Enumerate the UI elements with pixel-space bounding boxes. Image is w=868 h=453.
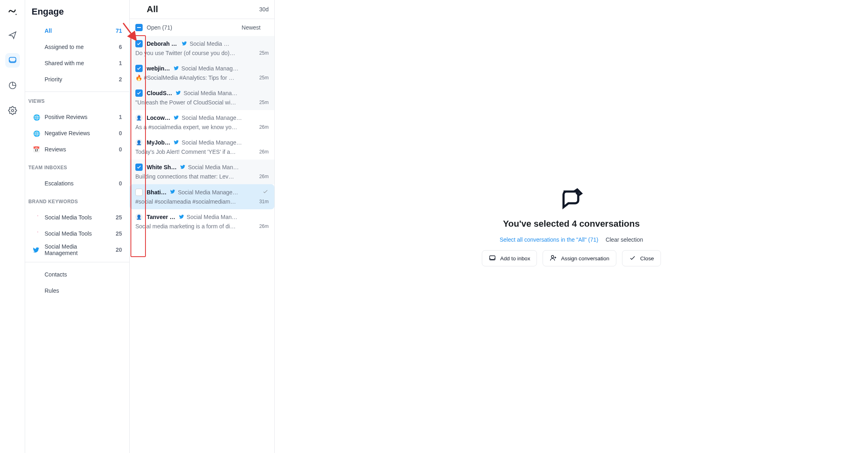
assign-conversation-button[interactable]: Assign conversation [543,250,616,266]
conversation-checkbox[interactable] [135,164,143,171]
twitter-icon [182,40,187,47]
contact-icon [32,271,40,278]
conversation-item[interactable]: Deborah Dia…Social Media …Do you use Twi… [130,36,274,61]
avatar: 👤 [135,114,143,121]
svg-point-5 [34,61,36,63]
svg-point-12 [35,232,37,235]
rail-publish-icon[interactable] [5,28,20,43]
globe-icon: 🌐 [32,113,40,121]
conversation-name: webjin… [147,65,170,72]
conversation-name: Tanveer … [147,214,175,220]
sidebar-view-negative[interactable]: 🌐 Negative Reviews 0 [28,125,126,141]
select-all-link[interactable]: Select all conversations in the "All" (7… [500,236,598,243]
conversation-time: 26m [259,124,269,130]
conversation-name: CloudS… [147,90,172,96]
conversation-item[interactable]: Bhati…Social Media Manage…#social #socil… [130,184,274,209]
sidebar-team-title: TEAM INBOXES [25,160,129,173]
clear-selection-link[interactable]: Clear selection [605,236,643,243]
conversation-checkbox[interactable] [135,189,143,196]
sidebar-view-reviews[interactable]: 📅 Reviews 0 [28,141,126,157]
button-label: Close [640,255,654,262]
conversation-item[interactable]: 👤Tanveer …Social Media Man…Social media … [130,209,274,234]
sidebar-item-count: 1 [119,60,122,66]
rail-settings-icon[interactable] [5,103,20,118]
sidebar: Engage All 71 Assigned to me 6 [25,0,130,453]
conversation-checkbox[interactable] [135,89,143,97]
conversation-time: 26m [259,223,269,229]
svg-rect-11 [33,231,39,236]
button-label: Assign conversation [561,255,609,262]
status-dropdown[interactable]: Open (71) [147,24,180,31]
sidebar-item-label: Social Media Tools [45,230,92,237]
sidebar-item-label: Reviews [45,146,66,153]
sidebar-item-count: 1 [119,114,122,120]
svg-point-6 [37,62,38,64]
sidebar-item-label: Social Media Tools [45,214,92,221]
avatar: 👤 [135,213,143,221]
conversation-time: 25m [259,100,269,105]
range-dropdown[interactable]: 30d [250,6,269,13]
twitter-icon [173,115,179,121]
conversation-preview: 🔥 #SocialMedia #Analytics: Tips for … [135,74,255,81]
conversation-item[interactable]: 👤Locow…Social Media Manage…As a #socialm… [130,110,274,135]
sidebar-item-assigned[interactable]: Assigned to me 6 [28,39,126,55]
twitter-icon [32,246,40,253]
selection-hero-icon [560,187,583,211]
sidebar-item-label: All [45,28,52,34]
annotation-arrow [122,21,139,43]
conversation-item[interactable]: webjin…Social Media Manag…🔥 #SocialMedia… [130,61,274,85]
sidebar-item-shared[interactable]: Shared with me 1 [28,55,126,71]
twitter-icon [170,189,175,196]
sidebar-item-count: 71 [115,28,122,34]
sidebar-item-count: 0 [119,180,122,187]
sidebar-view-positive[interactable]: 🌐 Positive Reviews 1 [28,109,126,125]
instagram-icon [32,214,40,221]
user-icon [32,43,40,51]
sort-dropdown[interactable]: Newest [242,24,269,31]
inbox-icon [489,254,496,263]
svg-rect-17 [251,7,255,11]
conversation-time: 25m [259,50,269,56]
svg-point-19 [552,255,554,258]
conversation-preview: Do you use Twitter (of course you do)… [135,50,255,56]
users-icon [32,60,40,67]
conversation-checkbox[interactable] [135,65,143,72]
sidebar-item-count: 6 [119,44,122,50]
twitter-icon [173,65,179,72]
conversation-source: Social Media Mana… [184,90,237,96]
sidebar-item-all[interactable]: All 71 [28,23,126,39]
annotation-overlay: Deborah Dia…Social Media …Do you use Twi… [130,36,274,234]
sidebar-brand-mgmt[interactable]: Social Media Management 20 [28,242,126,258]
conversation-source: Social Media Manage… [178,189,238,196]
sidebar-rules[interactable]: Rules [28,283,126,299]
conversation-item[interactable]: CloudS…Social Media Mana…"Unleash the Po… [130,85,274,110]
twitter-icon [179,214,184,221]
conversation-name: Bhati… [147,189,167,196]
user-plus-icon [549,254,557,263]
sidebar-brand-tools-2[interactable]: Social Media Tools 25 [28,225,126,242]
sidebar-contacts[interactable]: Contacts [28,266,126,283]
conversation-preview: As a #socialmedia expert, we know yo… [135,124,255,130]
conversation-item[interactable]: 👤MyJob…Social Media Manage…Today's Job A… [130,135,274,160]
sidebar-item-label: Social Media Management [45,243,106,256]
svg-point-13 [37,232,38,232]
inbox-icon [32,180,40,187]
sidebar-item-count: 0 [119,146,122,153]
rail-reports-icon[interactable] [5,78,20,93]
conversation-source: Social Media … [190,40,229,47]
sidebar-item-priority[interactable]: Priority 2 [28,71,126,87]
close-button[interactable]: Close [622,250,661,266]
star-icon [32,76,40,83]
menu-icon[interactable] [135,5,143,14]
svg-point-10 [37,215,38,216]
svg-rect-8 [33,215,39,220]
sidebar-team-escalations[interactable]: Escalations 0 [28,175,126,191]
search-icon[interactable] [114,7,123,17]
rail-engage-icon[interactable] [5,53,20,68]
add-to-inbox-button[interactable]: Add to inbox [482,250,537,266]
conversation-item[interactable]: White Sh…Social Media Man…Building conne… [130,160,274,184]
calendar-icon [250,6,256,13]
range-label: 30d [259,6,269,13]
selection-panel: You've selected 4 conversations Select a… [482,187,661,266]
sidebar-brand-tools-1[interactable]: Social Media Tools 25 [28,209,126,225]
